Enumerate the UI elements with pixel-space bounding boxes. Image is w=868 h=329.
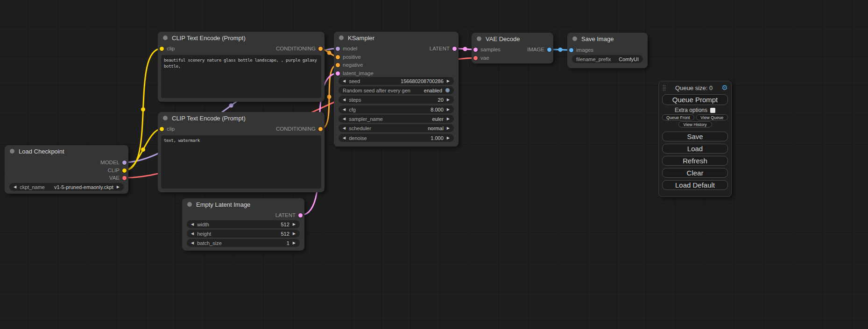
decrement-arrow-icon[interactable]: ◀ (191, 220, 194, 228)
latent-output-pin[interactable] (452, 47, 457, 51)
width-widget[interactable]: ◀ width 512 ▶ (187, 220, 300, 228)
queue-front-button[interactable]: Queue Front (662, 114, 694, 120)
slot-label: latent_image (343, 70, 374, 76)
increment-arrow-icon[interactable]: ▶ (117, 183, 120, 191)
height-widget[interactable]: ◀ height 512 ▶ (187, 230, 300, 238)
negative-input-pin[interactable] (336, 63, 340, 67)
prompt-textarea[interactable]: beautiful scenery nature glass bottle la… (161, 55, 321, 98)
images-input-pin[interactable] (569, 48, 573, 52)
slot-label: vae (480, 55, 489, 61)
widget-value: 1.000 (430, 135, 444, 141)
decrement-arrow-icon[interactable]: ◀ (343, 96, 346, 104)
collapse-dot-icon[interactable] (477, 36, 481, 41)
model-input-pin[interactable] (336, 47, 340, 51)
sampler-name-widget[interactable]: ◀ sampler_name euler ▶ (339, 115, 454, 123)
scheduler-widget[interactable]: ◀ scheduler normal ▶ (339, 124, 454, 132)
widget-value: 8.000 (430, 107, 444, 112)
node-clip-text-encode-positive[interactable]: CLIP Text Encode (Prompt) clip CONDITION… (158, 32, 325, 102)
vae-input-pin[interactable] (473, 56, 478, 60)
prompt-textarea[interactable]: text, watermark (161, 135, 321, 189)
graph-canvas[interactable]: Load Checkpoint MODEL CLIP VAE ◀ ckpt_na… (0, 0, 868, 329)
clip-input-pin[interactable] (160, 47, 164, 51)
node-clip-text-encode-negative[interactable]: CLIP Text Encode (Prompt) clip CONDITION… (158, 112, 325, 192)
batch-size-widget[interactable]: ◀ batch_size 1 ▶ (187, 239, 300, 247)
decrement-arrow-icon[interactable]: ◀ (343, 77, 346, 85)
node-header[interactable]: CLIP Text Encode (Prompt) (158, 112, 325, 124)
positive-input-pin[interactable] (336, 55, 340, 59)
increment-arrow-icon[interactable]: ▶ (447, 96, 450, 104)
output-slot-latent: LATENT (430, 45, 457, 52)
decrement-arrow-icon[interactable]: ◀ (343, 115, 346, 123)
toggle-knob-icon[interactable] (445, 88, 450, 92)
model-output-pin[interactable] (122, 161, 127, 165)
node-empty-latent-image[interactable]: Empty Latent Image LATENT ◀ width 512 ▶ … (182, 198, 304, 251)
node-load-checkpoint[interactable]: Load Checkpoint MODEL CLIP VAE ◀ ckpt_na… (5, 145, 128, 194)
collapse-dot-icon[interactable] (572, 36, 577, 41)
collapse-dot-icon[interactable] (10, 149, 14, 154)
collapse-dot-icon[interactable] (163, 35, 168, 40)
widget-label: batch_size (197, 240, 222, 246)
load-button[interactable]: Load (662, 144, 728, 154)
collapse-dot-icon[interactable] (163, 116, 168, 120)
latent-image-input-pin[interactable] (336, 71, 340, 76)
ckpt-name-widget[interactable]: ◀ ckpt_name v1-5-pruned-emaonly.ckpt ▶ (9, 183, 124, 191)
slot-label: LATENT (430, 46, 450, 51)
clear-button[interactable]: Clear (662, 168, 728, 178)
load-default-button[interactable]: Load Default (662, 180, 728, 190)
increment-arrow-icon[interactable]: ▶ (293, 220, 296, 228)
vae-output-pin[interactable] (122, 176, 127, 180)
increment-arrow-icon[interactable]: ▶ (447, 134, 450, 142)
node-header[interactable]: CLIP Text Encode (Prompt) (158, 32, 325, 44)
increment-arrow-icon[interactable]: ▶ (447, 77, 450, 85)
view-queue-button[interactable]: View Queue (696, 114, 728, 120)
clip-input-pin[interactable] (160, 127, 164, 131)
save-button[interactable]: Save (662, 132, 728, 141)
seed-widget[interactable]: ◀ seed 156680208700286 ▶ (339, 77, 454, 85)
clip-output-pin[interactable] (122, 168, 127, 173)
decrement-arrow-icon[interactable]: ◀ (343, 105, 346, 113)
node-header[interactable]: VAE Decode (472, 33, 553, 45)
refresh-button[interactable]: Refresh (662, 156, 728, 166)
node-header[interactable]: Load Checkpoint (5, 145, 128, 157)
output-slot-vae: VAE (109, 175, 127, 181)
widget-value: 20 (438, 97, 444, 103)
output-slot-conditioning: CONDITIONING (276, 45, 323, 52)
latent-output-pin[interactable] (298, 213, 303, 217)
node-ksampler[interactable]: KSampler model positive negative latent_… (334, 32, 459, 147)
view-history-button[interactable]: View History (678, 121, 712, 127)
decrement-arrow-icon[interactable]: ◀ (343, 124, 346, 132)
extra-options-checkbox[interactable] (710, 108, 715, 113)
decrement-arrow-icon[interactable]: ◀ (14, 183, 16, 191)
conditioning-output-pin[interactable] (318, 47, 323, 51)
increment-arrow-icon[interactable]: ▶ (447, 115, 450, 123)
decrement-arrow-icon[interactable]: ◀ (343, 134, 346, 142)
random-seed-toggle-widget[interactable]: Random seed after every gen enabled (339, 86, 454, 94)
node-save-image[interactable]: Save Image images filename_prefix ComfyU… (567, 33, 648, 68)
node-header[interactable]: Save Image (567, 33, 648, 45)
node-header[interactable]: KSampler (334, 32, 459, 44)
widget-value: 1 (287, 240, 289, 246)
conditioning-output-pin[interactable] (318, 127, 323, 131)
denoise-widget[interactable]: ◀ denoise 1.000 ▶ (339, 134, 454, 142)
filename-prefix-widget[interactable]: filename_prefix ComfyUI (572, 55, 643, 63)
drag-handle-icon[interactable]: ⣿ (662, 84, 666, 91)
decrement-arrow-icon[interactable]: ◀ (191, 239, 194, 247)
widget-value: ComfyUI (619, 56, 639, 62)
steps-widget[interactable]: ◀ steps 20 ▶ (339, 96, 454, 104)
samples-input-pin[interactable] (473, 48, 478, 52)
increment-arrow-icon[interactable]: ▶ (447, 124, 450, 132)
cfg-widget[interactable]: ◀ cfg 8.000 ▶ (339, 105, 454, 113)
queue-prompt-button[interactable]: Queue Prompt (662, 94, 728, 105)
collapse-dot-icon[interactable] (339, 35, 344, 40)
image-output-pin[interactable] (547, 48, 551, 52)
increment-arrow-icon[interactable]: ▶ (447, 105, 450, 113)
decrement-arrow-icon[interactable]: ◀ (191, 230, 194, 238)
node-vae-decode[interactable]: VAE Decode samples vae IMAGE (472, 33, 553, 63)
slot-label: samples (480, 47, 501, 52)
increment-arrow-icon[interactable]: ▶ (293, 230, 296, 238)
node-header[interactable]: Empty Latent Image (182, 198, 304, 210)
slot-label: CONDITIONING (276, 46, 316, 51)
increment-arrow-icon[interactable]: ▶ (293, 239, 296, 247)
collapse-dot-icon[interactable] (187, 202, 192, 207)
settings-gear-icon[interactable]: ⚙ (722, 84, 728, 92)
